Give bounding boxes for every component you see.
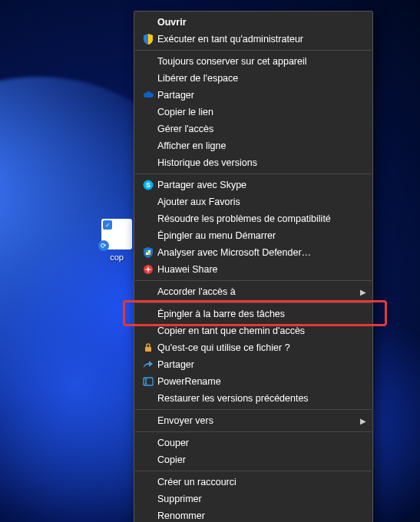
blank-icon	[139, 286, 157, 298]
menu-item-pin-taskbar[interactable]: Épingler à la barre des tâches	[134, 306, 372, 322]
menu-item-create-shortcut[interactable]: Créer un raccourci	[134, 474, 372, 491]
blank-icon	[139, 106, 157, 118]
blank-icon	[139, 123, 157, 135]
menu-item-share-arrow[interactable]: Partager	[134, 356, 372, 373]
menu-separator	[135, 471, 372, 471]
menu-item-label: Couper	[157, 438, 354, 448]
blank-icon	[139, 196, 157, 208]
menu-item-label: Épingler à la barre des tâches	[157, 309, 354, 319]
menu-item-label: Supprimer	[157, 494, 354, 504]
blank-icon	[139, 510, 157, 522]
blank-icon	[139, 157, 157, 169]
blank-icon	[139, 55, 157, 68]
menu-item-label: Gérer l'accès	[157, 124, 354, 134]
menu-item-view-online[interactable]: Afficher en ligne	[134, 137, 372, 154]
context-menu: OuvrirExécuter en tant qu'administrateur…	[134, 11, 373, 522]
blank-icon	[139, 415, 157, 427]
menu-item-give-access[interactable]: Accorder l'accès à▶	[134, 283, 372, 300]
blank-icon	[139, 392, 157, 405]
blank-icon	[139, 140, 157, 152]
menu-item-label: Ouvrir	[157, 17, 354, 28]
menu-item-label: Accorder l'accès à	[157, 286, 354, 297]
menu-item-label: Partager	[157, 359, 354, 370]
menu-item-send-to[interactable]: Envoyer vers▶	[134, 412, 372, 429]
menu-item-pin-start[interactable]: Épingler au menu Démarrer	[134, 227, 372, 244]
chevron-right-icon: ▶	[360, 417, 366, 425]
blank-icon	[139, 213, 157, 225]
menu-item-huawei-share[interactable]: Huawei Share	[134, 261, 372, 278]
menu-item-label: Qu'est-ce qui utilise ce fichier ?	[157, 342, 354, 353]
blank-icon	[139, 325, 157, 337]
menu-item-label: Partager avec Skype	[157, 180, 354, 190]
powerrename-icon	[139, 375, 157, 388]
sync-badge-icon: ⟳	[98, 240, 109, 251]
desktop-shortcut-icon[interactable]: ✓ ⟳ cop	[98, 219, 135, 262]
chevron-right-icon: ▶	[360, 288, 366, 296]
menu-item-label: Copier en tant que chemin d'accès	[157, 325, 354, 336]
file-icon: ✓ ⟳	[101, 219, 132, 249]
menu-item-label: Afficher en ligne	[157, 140, 354, 151]
menu-separator	[135, 50, 372, 51]
blank-icon	[139, 437, 157, 449]
menu-item-copy[interactable]: Copier	[134, 451, 372, 468]
menu-item-troubleshoot-compat[interactable]: Résoudre les problèmes de compatibilité	[134, 210, 372, 227]
defender-icon	[139, 246, 157, 259]
menu-item-powerrename[interactable]: PowerRename	[134, 373, 372, 390]
menu-item-restore-versions[interactable]: Restaurer les versions précédentes	[134, 390, 372, 407]
blank-icon	[139, 493, 157, 505]
menu-item-label: Envoyer vers	[157, 415, 354, 426]
menu-item-label: Partager	[157, 90, 354, 101]
menu-item-label: Huawei Share	[157, 264, 354, 275]
menu-item-free-space[interactable]: Libérer de l'espace	[134, 70, 372, 87]
menu-separator	[135, 431, 372, 432]
menu-item-copy-link[interactable]: Copier le lien	[134, 104, 372, 121]
share-arrow-icon	[139, 358, 157, 371]
skype-icon	[139, 179, 157, 191]
desktop-icon-label: cop	[98, 253, 135, 262]
menu-item-label: Copier le lien	[157, 107, 354, 117]
huawei-icon	[139, 263, 157, 276]
menu-item-label: Créer un raccourci	[157, 477, 354, 487]
menu-item-rename[interactable]: Renommer	[134, 507, 372, 522]
blank-icon	[139, 454, 157, 466]
menu-item-cut[interactable]: Couper	[134, 434, 372, 451]
menu-item-copy-as-path[interactable]: Copier en tant que chemin d'accès	[134, 322, 372, 339]
menu-item-label: Ajouter aux Favoris	[157, 197, 354, 207]
menu-item-label: Renommer	[157, 510, 354, 521]
menu-item-label: Historique des versions	[157, 157, 354, 168]
menu-item-label: Exécuter en tant qu'administrateur	[157, 34, 354, 45]
menu-item-label: Restaurer les versions précédentes	[157, 393, 354, 404]
menu-item-manage-access[interactable]: Gérer l'accès	[134, 121, 372, 137]
menu-separator	[135, 302, 372, 303]
menu-item-share-skype[interactable]: Partager avec Skype	[134, 177, 372, 193]
menu-item-label: Analyser avec Microsoft Defender…	[157, 247, 354, 258]
menu-item-label: Copier	[157, 454, 354, 465]
blank-icon	[139, 308, 157, 320]
menu-separator	[135, 173, 372, 174]
menu-item-label: Épingler au menu Démarrer	[157, 230, 354, 241]
shield-icon	[139, 33, 157, 45]
menu-item-label: PowerRename	[157, 376, 354, 387]
blank-icon	[139, 72, 157, 84]
menu-item-label: Toujours conserver sur cet appareil	[157, 56, 354, 67]
menu-item-what-uses[interactable]: Qu'est-ce qui utilise ce fichier ?	[134, 339, 372, 356]
blank-icon	[139, 16, 157, 28]
menu-item-defender-scan[interactable]: Analyser avec Microsoft Defender…	[134, 244, 372, 261]
menu-item-open[interactable]: Ouvrir	[134, 14, 372, 31]
lock-icon	[139, 342, 157, 354]
menu-item-always-keep[interactable]: Toujours conserver sur cet appareil	[134, 53, 372, 70]
menu-item-add-favorites[interactable]: Ajouter aux Favoris	[134, 193, 372, 210]
menu-item-delete[interactable]: Supprimer	[134, 491, 372, 507]
menu-item-label: Résoudre les problèmes de compatibilité	[157, 213, 354, 224]
menu-item-share-onedrive[interactable]: Partager	[134, 87, 372, 104]
menu-item-version-history[interactable]: Historique des versions	[134, 154, 372, 171]
menu-item-label: Libérer de l'espace	[157, 73, 354, 84]
blank-icon	[139, 230, 157, 242]
menu-item-run-as-admin[interactable]: Exécuter en tant qu'administrateur	[134, 31, 372, 48]
menu-separator	[135, 409, 372, 410]
menu-separator	[135, 280, 372, 281]
blank-icon	[139, 476, 157, 488]
onedrive-icon	[139, 89, 157, 101]
